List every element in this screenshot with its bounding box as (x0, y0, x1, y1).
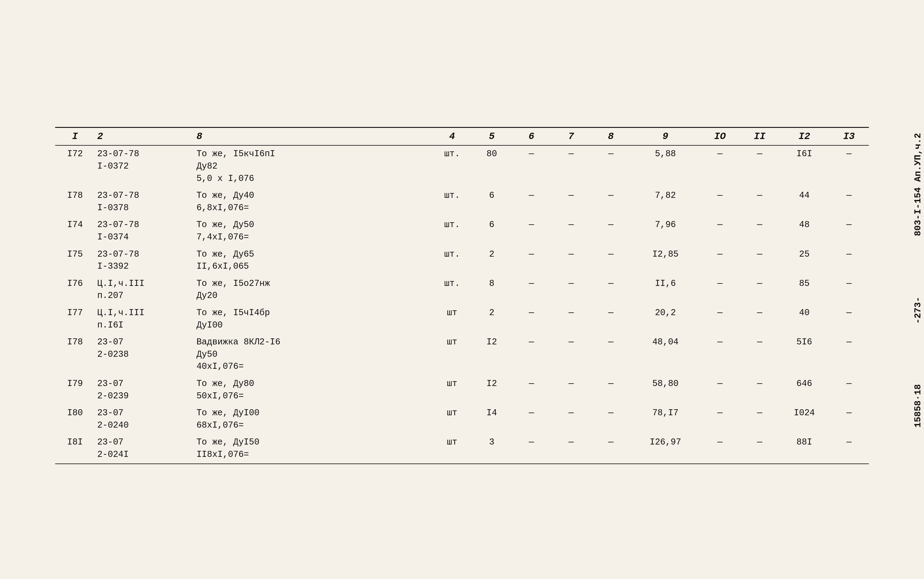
cell-9-12: — (829, 434, 869, 463)
cell-2-0: I74 (55, 216, 95, 246)
cell-5-4: 2 (472, 304, 512, 334)
cell-8-8: 78,I7 (631, 405, 700, 434)
cell-4-11: 85 (780, 275, 829, 304)
cell-2-12: — (829, 216, 869, 246)
cell-1-4: 6 (472, 187, 512, 216)
cell-0-6: — (551, 146, 591, 187)
cell-0-1: 23-07-78I-0372 (95, 146, 194, 187)
cell-6-6: — (551, 334, 591, 375)
cell-6-11: 5I6 (780, 334, 829, 375)
cell-4-12: — (829, 275, 869, 304)
cell-6-3: шт (432, 334, 472, 375)
cell-7-11: 646 (780, 375, 829, 405)
cell-0-12: — (829, 146, 869, 187)
cell-2-3: шт. (432, 216, 472, 246)
cell-4-9: — (700, 275, 740, 304)
header-col-8: 8 (591, 128, 631, 146)
cell-4-3: шт. (432, 275, 472, 304)
cell-3-0: I75 (55, 246, 95, 275)
cell-3-6: — (551, 246, 591, 275)
cell-5-11: 40 (780, 304, 829, 334)
cell-9-8: I26,97 (631, 434, 700, 463)
cell-8-6: — (551, 405, 591, 434)
cell-3-11: 25 (780, 246, 829, 275)
cell-0-9: — (700, 146, 740, 187)
side-label-middle: -273- (913, 297, 923, 324)
cell-0-8: 5,88 (631, 146, 700, 187)
cell-1-6: — (551, 187, 591, 216)
cell-9-11: 88I (780, 434, 829, 463)
cell-3-4: 2 (472, 246, 512, 275)
cell-4-6: — (551, 275, 591, 304)
cell-7-8: 58,80 (631, 375, 700, 405)
cell-9-1: 23-072-024I (95, 434, 194, 463)
cell-0-4: 80 (472, 146, 512, 187)
cell-4-0: I76 (55, 275, 95, 304)
cell-9-9: — (700, 434, 740, 463)
header-col-11: II (740, 128, 780, 146)
cell-1-11: 44 (780, 187, 829, 216)
cell-8-9: — (700, 405, 740, 434)
cell-3-5: — (512, 246, 551, 275)
cell-8-4: I4 (472, 405, 512, 434)
header-col-9: 9 (631, 128, 700, 146)
cell-2-10: — (740, 216, 780, 246)
cell-4-1: Ц.I,ч.IIIп.207 (95, 275, 194, 304)
cell-5-5: — (512, 304, 551, 334)
cell-7-9: — (700, 375, 740, 405)
main-table: I 2 8 4 5 6 7 8 9 IO II I2 I3 I7223-07-7… (55, 127, 869, 464)
cell-7-10: — (740, 375, 780, 405)
header-col-5: 5 (472, 128, 512, 146)
cell-6-5: — (512, 334, 551, 375)
header-col-12: I2 (780, 128, 829, 146)
cell-3-3: шт. (432, 246, 472, 275)
cell-8-7: — (591, 405, 631, 434)
cell-7-3: шт (432, 375, 472, 405)
header-col-2: 2 (95, 128, 194, 146)
cell-1-3: шт. (432, 187, 472, 216)
cell-4-10: — (740, 275, 780, 304)
cell-2-11: 48 (780, 216, 829, 246)
header-col-3: 8 (194, 128, 432, 146)
cell-6-7: — (591, 334, 631, 375)
header-row: I 2 8 4 5 6 7 8 9 IO II I2 I3 (55, 128, 869, 146)
cell-8-5: — (512, 405, 551, 434)
cell-9-6: — (551, 434, 591, 463)
cell-9-2: То же, ДуI50II8хI,076= (194, 434, 432, 463)
cell-7-7: — (591, 375, 631, 405)
cell-8-12: — (829, 405, 869, 434)
cell-8-11: I024 (780, 405, 829, 434)
cell-2-4: 6 (472, 216, 512, 246)
cell-1-10: — (740, 187, 780, 216)
cell-8-3: шт (432, 405, 472, 434)
cell-4-5: — (512, 275, 551, 304)
page: I 2 8 4 5 6 7 8 9 IO II I2 I3 I7223-07-7… (0, 0, 924, 579)
cell-2-2: То же, Ду507,4хI,076= (194, 216, 432, 246)
cell-5-0: I77 (55, 304, 95, 334)
cell-7-2: То же, Ду8050хI,076= (194, 375, 432, 405)
cell-3-10: — (740, 246, 780, 275)
table-row: I7923-072-0239То же, Ду8050хI,076=штI2——… (55, 375, 869, 405)
header-col-1: I (55, 128, 95, 146)
cell-0-3: шт. (432, 146, 472, 187)
cell-6-1: 23-072-0238 (95, 334, 194, 375)
cell-5-6: — (551, 304, 591, 334)
cell-7-12: — (829, 375, 869, 405)
cell-8-1: 23-072-0240 (95, 405, 194, 434)
cell-0-11: I6I (780, 146, 829, 187)
cell-5-12: — (829, 304, 869, 334)
table-row: I7823-072-0238Вадвижка 8КЛ2-I6Ду5040хI,0… (55, 334, 869, 375)
cell-2-6: — (551, 216, 591, 246)
cell-9-4: 3 (472, 434, 512, 463)
cell-3-7: — (591, 246, 631, 275)
cell-2-1: 23-07-78I-0374 (95, 216, 194, 246)
table-row: I7423-07-78I-0374То же, Ду507,4хI,076=шт… (55, 216, 869, 246)
table-row: I7823-07-78I-0378То же, Ду406,8хI,076=шт… (55, 187, 869, 216)
cell-9-10: — (740, 434, 780, 463)
cell-2-8: 7,96 (631, 216, 700, 246)
header-col-10: IO (700, 128, 740, 146)
cell-3-1: 23-07-78I-3392 (95, 246, 194, 275)
cell-1-0: I78 (55, 187, 95, 216)
cell-8-0: I80 (55, 405, 95, 434)
cell-3-8: I2,85 (631, 246, 700, 275)
